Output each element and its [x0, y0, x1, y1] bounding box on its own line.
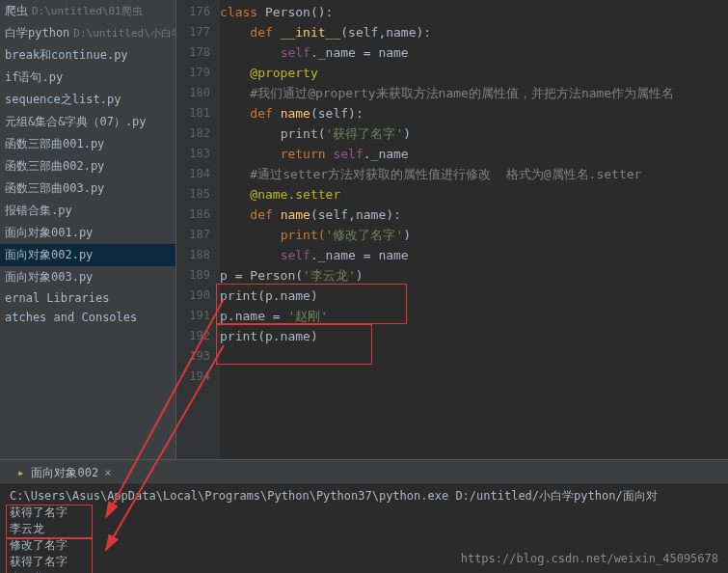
tree-item[interactable]: sequence之list.py	[0, 89, 175, 111]
code-area[interactable]: class Person(): def __init__(self,name):…	[220, 0, 728, 459]
tree-item[interactable]: 白学pythonD:\untitled\小白学py	[0, 22, 175, 44]
tree-item[interactable]: 函数三部曲001.py	[0, 133, 175, 155]
tree-item[interactable]: 面向对象001.py	[0, 222, 175, 244]
tree-item[interactable]: if语句.py	[0, 67, 175, 89]
tree-item[interactable]: 面向对象003.py	[0, 266, 175, 288]
tree-item[interactable]: ernal Libraries	[0, 288, 175, 308]
exec-path: C:\Users\Asus\AppData\Local\Programs\Pyt…	[10, 488, 718, 505]
tree-item[interactable]: 元组&集合&字典（07）.py	[0, 111, 175, 133]
tree-item[interactable]: 函数三部曲003.py	[0, 177, 175, 200]
tree-item[interactable]: break和continue.py	[0, 44, 175, 67]
close-icon[interactable]: ×	[104, 466, 111, 479]
console-tabs[interactable]: ▸ 面向对象002×	[0, 460, 728, 484]
code-editor[interactable]: 1761771781791801811821831841851861871881…	[176, 0, 728, 459]
tree-item-selected[interactable]: 面向对象002.py	[0, 244, 175, 266]
tree-item[interactable]: 爬虫D:\untitled\01爬虫	[0, 0, 175, 22]
file-tree[interactable]: 爬虫D:\untitled\01爬虫 白学pythonD:\untitled\小…	[0, 0, 176, 459]
console-tab[interactable]: ▸ 面向对象002×	[8, 463, 121, 483]
line-gutter: 1761771781791801811821831841851861871881…	[176, 0, 220, 459]
watermark: https://blog.csdn.net/weixin_45095678	[461, 552, 718, 565]
tree-item[interactable]: 函数三部曲002.py	[0, 155, 175, 177]
tree-item[interactable]: atches and Consoles	[0, 308, 175, 327]
tree-item[interactable]: 报错合集.py	[0, 200, 175, 222]
